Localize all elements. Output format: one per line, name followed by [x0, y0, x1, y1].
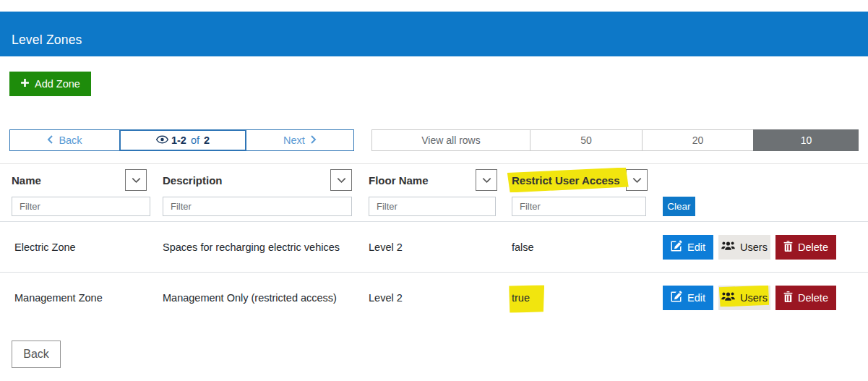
- page-size-option-50[interactable]: 50: [530, 130, 642, 150]
- clear-filters-button[interactable]: Clear: [663, 197, 695, 216]
- edit-button[interactable]: Edit: [663, 286, 713, 310]
- users-icon: [721, 291, 735, 304]
- pagination-nav: Back 1-2 of 2 Next: [9, 129, 354, 151]
- column-header-description: Description: [163, 174, 223, 187]
- eye-icon: [156, 134, 168, 146]
- description-filter-input[interactable]: [163, 197, 352, 216]
- users-icon: [721, 241, 735, 253]
- cell-floor-name: Level 2: [369, 241, 512, 253]
- pagination-back-label: Back: [59, 134, 82, 146]
- page-size-option-view-all[interactable]: View all rows: [372, 130, 530, 150]
- column-header-name: Name: [12, 174, 41, 187]
- chevron-left-icon: [47, 134, 53, 146]
- pagination-total-text: 2: [204, 134, 210, 146]
- page-size-selector: View all rows 50 20 10: [371, 129, 859, 151]
- edit-button[interactable]: Edit: [663, 235, 713, 260]
- restrict-user-access-filter-input[interactable]: [512, 197, 646, 216]
- page-size-option-20[interactable]: 20: [642, 130, 753, 150]
- users-button-label: Users: [740, 292, 768, 304]
- delete-button[interactable]: Delete: [775, 235, 836, 260]
- pagination-range-indicator[interactable]: 1-2 of 2: [119, 129, 246, 151]
- pagination-of-text: of: [189, 134, 201, 146]
- pagination-next-button[interactable]: Next: [246, 130, 353, 150]
- floor-name-filter-input[interactable]: [369, 197, 496, 216]
- edit-pencil-icon: [671, 240, 682, 254]
- page-size-option-10-selected[interactable]: 10: [753, 129, 859, 151]
- table-filter-row: Clear: [0, 197, 868, 216]
- table-header-row: Name Description Floor Name Restrict Use…: [0, 169, 868, 191]
- users-button[interactable]: Users: [718, 235, 770, 260]
- table-row-management-zone: Management Zone Management Only (restric…: [0, 272, 868, 322]
- delete-button-label: Delete: [798, 241, 828, 253]
- page-title: Level Zones: [12, 33, 82, 48]
- pagination-next-label: Next: [283, 134, 305, 146]
- name-column-dropdown-button[interactable]: [125, 169, 147, 191]
- chevron-down-icon: [337, 175, 346, 186]
- chevron-down-icon: [482, 175, 491, 186]
- edit-pencil-icon: [671, 291, 682, 304]
- description-column-dropdown-button[interactable]: [330, 169, 352, 191]
- cell-description: Spaces for recharging electric vehices: [163, 241, 369, 253]
- page-title-bar: Level Zones: [0, 12, 868, 56]
- column-header-restrict-user-access-highlighted: Restrict User Access: [512, 174, 620, 187]
- back-button[interactable]: Back: [12, 341, 61, 368]
- pagination-row: Back 1-2 of 2 Next View all rows 50 20 1…: [0, 129, 868, 151]
- users-button-label: Users: [740, 241, 768, 253]
- delete-button-label: Delete: [798, 292, 828, 304]
- edit-button-label: Edit: [687, 241, 705, 253]
- floor-name-column-dropdown-button[interactable]: [476, 169, 497, 191]
- chevron-down-icon: [632, 175, 642, 186]
- cell-floor-name: Level 2: [369, 292, 512, 304]
- name-filter-input[interactable]: [12, 197, 150, 216]
- cell-restrict-user-access: false: [512, 241, 663, 253]
- chevron-down-icon: [132, 175, 141, 186]
- cell-name: Electric Zone: [12, 241, 163, 253]
- trash-icon: [783, 241, 793, 254]
- add-zone-button[interactable]: Add Zone: [9, 72, 91, 96]
- add-zone-label: Add Zone: [35, 78, 80, 90]
- zones-table: Name Description Floor Name Restrict Use…: [0, 163, 868, 322]
- cell-restrict-user-access-highlighted: true: [512, 292, 530, 304]
- table-body: Electric Zone Spaces for recharging elec…: [0, 221, 868, 322]
- chevron-right-icon: [310, 134, 317, 146]
- delete-button[interactable]: Delete: [775, 286, 836, 310]
- pagination-range-text: 1-2: [171, 134, 186, 146]
- pagination-back-button[interactable]: Back: [10, 130, 119, 150]
- cell-name: Management Zone: [12, 292, 163, 304]
- users-button-highlighted[interactable]: Users: [718, 286, 770, 310]
- trash-icon: [783, 291, 793, 304]
- column-header-floor-name: Floor Name: [369, 174, 429, 187]
- table-row-electric-zone: Electric Zone Spaces for recharging elec…: [0, 221, 868, 272]
- restrict-user-access-column-dropdown-button[interactable]: [626, 169, 648, 191]
- plus-icon: [20, 78, 30, 90]
- edit-button-label: Edit: [687, 292, 705, 304]
- cell-description: Management Only (restricted access): [163, 292, 369, 304]
